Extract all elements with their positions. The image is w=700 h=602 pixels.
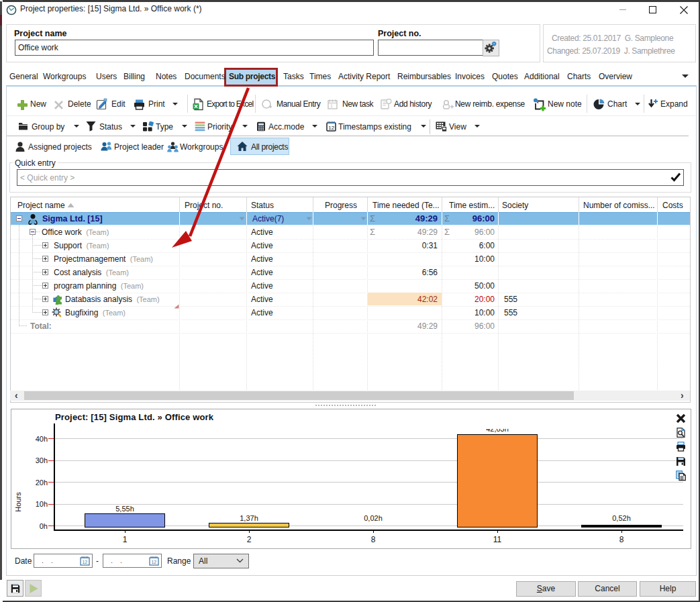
- svg-text:12: 12: [82, 560, 87, 564]
- svg-text:12: 12: [328, 125, 334, 131]
- svg-text:1: 1: [330, 103, 333, 108]
- svg-text:12: 12: [151, 560, 156, 564]
